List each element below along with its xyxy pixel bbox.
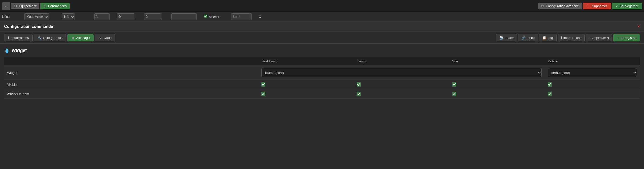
mode-actuel-select[interactable]: Mode Actuel Info (24, 13, 49, 20)
informations-action-button[interactable]: ℹ Informations (558, 34, 585, 41)
th-label (4, 57, 258, 65)
sauvegarder-label: Sauvegarder (620, 4, 638, 8)
col-header-gear: ⚙ (259, 15, 266, 19)
commandes-button[interactable]: ☰ Commandes (40, 3, 70, 9)
appliquer-button[interactable]: + Appliquer à (586, 34, 612, 41)
liens-label: Liens (527, 36, 535, 40)
col-header-icone: Icône (2, 15, 22, 19)
supprimer-icon: 🚫 (586, 4, 591, 8)
col-header-afficher: Afficher (204, 15, 229, 19)
afficher-nom-dashboard-cell (258, 89, 354, 99)
unite-input[interactable] (231, 13, 252, 20)
config-card-title: Configuration commande (4, 24, 53, 29)
widget-title-text: Widget (12, 48, 27, 53)
afficher-nom-mobile-cell (545, 89, 640, 99)
visible-vue-checkbox[interactable] (452, 82, 456, 87)
col-header-64 (117, 13, 142, 20)
tab-informations-label: Informations (11, 36, 29, 40)
tab-affichage-label: Affichage (76, 36, 90, 40)
commandes-icon: ☰ (43, 4, 46, 8)
enregistrer-label: Enregistrer (620, 36, 637, 40)
config-icon: ⚙ (541, 4, 544, 8)
liens-icon: 🔗 (522, 36, 526, 40)
drop-icon: 💧 (4, 48, 10, 53)
col-header-unite (231, 13, 257, 20)
informations-action-label: Informations (563, 36, 582, 40)
content-area: 💧 Widget Dashboard Design Vue Mobile Wid… (0, 44, 644, 103)
dashboard-select-cell: button (core) defaut (core) autre (258, 65, 545, 80)
config-avancee-label: Configuration avancée (546, 4, 579, 8)
val1-input[interactable] (94, 13, 110, 20)
afficher-checkbox[interactable] (204, 15, 207, 18)
visible-dashboard-checkbox[interactable] (261, 82, 265, 87)
row-label-visible: Visible (4, 80, 258, 89)
supprimer-label: Supprimer (592, 4, 607, 8)
config-tab-icon: 🔧 (38, 36, 42, 40)
th-design: Design (354, 57, 449, 65)
tab-configuration-label: Configuration (43, 36, 63, 40)
th-dashboard: Dashboard (258, 57, 354, 65)
liens-button[interactable]: 🔗 Liens (518, 34, 538, 41)
visible-design-cell (354, 80, 449, 89)
col-header-placeholder (171, 13, 202, 20)
afficher-nom-dashboard-checkbox[interactable] (261, 92, 265, 96)
log-icon: 📋 (542, 36, 546, 40)
tester-icon: 📡 (499, 36, 504, 40)
config-card-close-button[interactable]: × (637, 24, 640, 29)
dashboard-widget-select[interactable]: button (core) defaut (core) autre (261, 68, 542, 77)
afficher-nom-vue-cell (449, 89, 545, 99)
col-header-mode: Mode Actuel Info (24, 13, 60, 20)
mobile-widget-select[interactable]: defaut (core) button (core) autre (548, 68, 637, 77)
tab-code[interactable]: ⌥ Code (95, 34, 115, 41)
table-row: Widget button (core) defaut (core) autre… (4, 65, 640, 80)
table-row: Visible (4, 80, 640, 89)
column-header-row: Icône Mode Actuel Info Info Afficher ⚙ (0, 12, 644, 21)
supprimer-button[interactable]: 🚫 Supprimer (583, 3, 611, 9)
table-row: Afficher le nom (4, 89, 640, 99)
visible-design-checkbox[interactable] (357, 82, 361, 87)
col-header-0 (144, 13, 169, 20)
afficher-nom-design-checkbox[interactable] (357, 92, 361, 96)
val0-input[interactable] (144, 13, 162, 20)
gear-icon: ⚙ (259, 15, 261, 19)
log-button[interactable]: 📋 Log (539, 34, 557, 41)
config-card: Configuration commande × ℹ Informations … (0, 21, 644, 103)
appliquer-label: Appliquer à (592, 36, 609, 40)
enregistrer-button[interactable]: ✓ Enregistrer (613, 34, 640, 41)
visible-vue-cell (449, 80, 545, 89)
th-mobile: Mobile (545, 57, 640, 65)
visible-dashboard-cell (258, 80, 354, 89)
widget-section-title: 💧 Widget (4, 48, 640, 53)
val64-input[interactable] (117, 13, 134, 20)
sauvegarder-button[interactable]: ✓ Sauvegarder (612, 3, 642, 9)
affichage-tab-icon: 🖥 (71, 36, 75, 40)
code-tab-icon: ⌥ (98, 36, 102, 40)
col-header-info: Info (62, 13, 92, 20)
tester-button[interactable]: 📡 Tester (496, 34, 517, 41)
tab-code-label: Code (104, 36, 112, 40)
afficher-nom-design-cell (354, 89, 449, 99)
enregistrer-icon: ✓ (616, 36, 619, 40)
afficher-nom-mobile-checkbox[interactable] (548, 92, 552, 96)
commandes-label: Commandes (48, 4, 67, 8)
equipment-button[interactable]: ⚙ Equipement (11, 3, 39, 9)
row-label-afficher-nom: Afficher le nom (4, 89, 258, 99)
info-action-icon: ℹ (561, 36, 562, 40)
placeholder-input[interactable] (171, 13, 197, 20)
tab-affichage[interactable]: 🖥 Affichage (67, 34, 94, 41)
mobile-select-cell: defaut (core) button (core) autre (545, 65, 640, 80)
back-button[interactable]: ← (2, 2, 10, 10)
top-nav-bar: ← ⚙ Equipement ☰ Commandes ⚙ Configurati… (0, 0, 644, 12)
appliquer-icon: + (589, 36, 591, 40)
visible-mobile-cell (545, 80, 640, 89)
th-vue: Vue (449, 57, 545, 65)
row-label-widget: Widget (4, 65, 258, 80)
col-header-1 (94, 13, 115, 20)
visible-mobile-checkbox[interactable] (548, 82, 552, 87)
info-select[interactable]: Info (62, 13, 75, 20)
tab-informations[interactable]: ℹ Informations (4, 34, 33, 41)
config-avancee-button[interactable]: ⚙ Configuration avancée (538, 3, 582, 9)
tab-configuration[interactable]: 🔧 Configuration (34, 34, 66, 41)
widget-table: Dashboard Design Vue Mobile Widget butto… (4, 57, 640, 99)
afficher-nom-vue-checkbox[interactable] (452, 92, 456, 96)
